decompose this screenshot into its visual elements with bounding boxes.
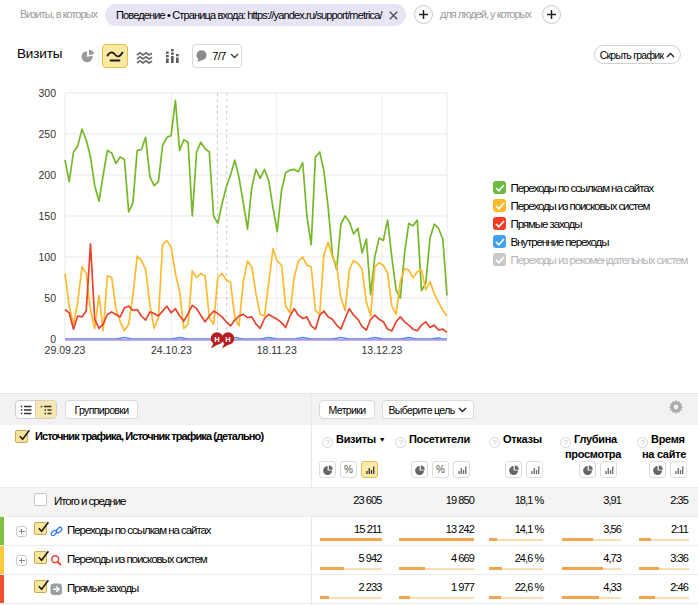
svg-text:250: 250 [38, 128, 56, 140]
svg-text:300: 300 [38, 87, 56, 99]
svg-text:50: 50 [44, 292, 56, 304]
svg-text:13.12.23: 13.12.23 [361, 344, 402, 356]
svg-text:18.11.23: 18.11.23 [257, 344, 297, 356]
svg-text:24.10.23: 24.10.23 [151, 344, 192, 356]
svg-text:Н: Н [214, 335, 219, 344]
svg-text:150: 150 [38, 210, 56, 222]
svg-text:Н: Н [225, 335, 230, 344]
svg-text:100: 100 [38, 251, 56, 263]
svg-text:29.09.23: 29.09.23 [45, 344, 86, 356]
svg-text:200: 200 [38, 169, 56, 181]
